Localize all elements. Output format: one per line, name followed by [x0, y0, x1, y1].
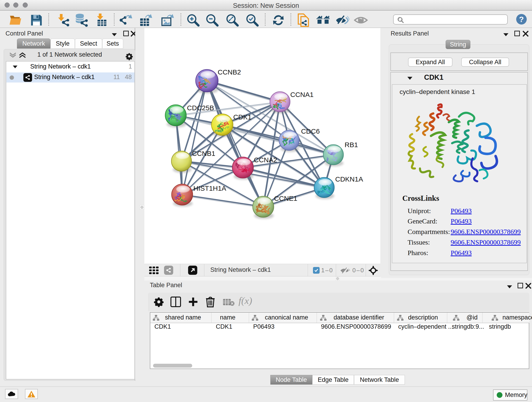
svg-text:CDKN1A: CDKN1A [335, 175, 363, 183]
svg-text:CDC25B: CDC25B [187, 104, 214, 112]
svg-text:CCNB2: CCNB2 [218, 68, 241, 76]
svg-text:CDK1: CDK1 [233, 113, 252, 121]
svg-text:CCNE1: CCNE1 [274, 195, 298, 202]
svg-text:CCNA1: CCNA1 [290, 91, 314, 98]
svg-text:CCNB1: CCNB1 [192, 150, 215, 157]
svg-text:CCNA2: CCNA2 [254, 156, 277, 164]
svg-text:RB1: RB1 [345, 141, 358, 148]
svg-text:CDC6: CDC6 [301, 128, 320, 135]
svg-text:HIST1H1A: HIST1H1A [193, 185, 226, 192]
